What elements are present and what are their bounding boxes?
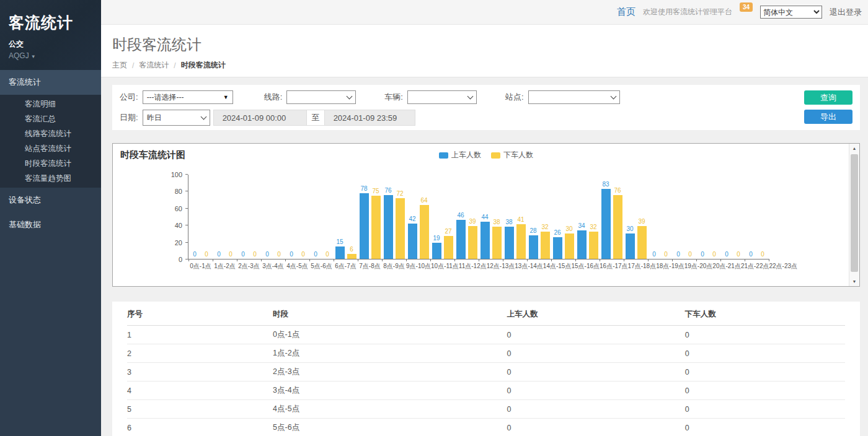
bar-alighting: 76 xyxy=(613,195,622,259)
content-area: 公司: ---请选择--- ▼ 线路: 车辆: 站点: xyxy=(101,77,868,436)
bar-group: 00 xyxy=(261,175,285,259)
cell-index: 6 xyxy=(127,419,273,436)
bar-value-label: 30 xyxy=(626,225,633,232)
bar-value-label: 30 xyxy=(565,225,572,232)
sidebar-item-base-data[interactable]: 基础数据 xyxy=(0,212,101,237)
col-header-index: 序号 xyxy=(127,302,273,326)
legend-label: 下车人数 xyxy=(503,150,533,160)
date-to-input[interactable]: 2024-01-09 23:59 xyxy=(324,110,415,126)
bar-alighting: 41 xyxy=(516,224,526,259)
y-axis-label: 100 xyxy=(171,171,182,178)
bar-group: 00 xyxy=(285,175,309,259)
sidebar-item-station-stats[interactable]: 站点客流统计 xyxy=(0,141,101,156)
line-select[interactable] xyxy=(286,90,356,104)
bar-group: 3432 xyxy=(575,175,600,259)
bar-group: 4639 xyxy=(454,175,479,259)
home-link[interactable]: 首页 xyxy=(617,6,636,18)
org-name: 公交 xyxy=(9,39,92,50)
company-select[interactable]: ---请选择--- ▼ xyxy=(143,90,233,104)
vehicle-select[interactable] xyxy=(407,90,477,104)
filter-row-1: 公司: ---请选择--- ▼ 线路: 车辆: 站点: xyxy=(120,90,852,104)
bar-value-label: 0 xyxy=(688,251,692,258)
bar-alighting: 32 xyxy=(541,232,550,259)
logo-area: 客流统计 公交 AQGJ▼ xyxy=(0,0,101,70)
chart-title: 时段车流统计图 xyxy=(120,149,185,161)
x-axis-label: 21点-22点 xyxy=(741,262,769,271)
bar-value-label: 72 xyxy=(396,190,403,197)
breadcrumb-home[interactable]: 主页 xyxy=(112,60,127,71)
chart-y-axis: 020406080100 xyxy=(113,175,188,259)
bar-value-label: 44 xyxy=(481,214,488,220)
sidebar-submenu: 客流明细 客流汇总 线路客流统计 站点客流统计 时段客流统计 客流量趋势图 xyxy=(0,95,101,188)
top-navbar: 首页 欢迎使用客流统计管理平台 34 简体中文 退出登录 xyxy=(101,0,868,25)
app-window: 客流统计 公交 AQGJ▼ 客流统计 客流明细 客流汇总 线路客流统计 站点客流… xyxy=(0,0,868,436)
scrollbar-thumb[interactable] xyxy=(851,154,858,272)
bar-value-label: 0 xyxy=(676,251,680,258)
col-header-period: 时段 xyxy=(273,302,507,326)
bar-value-label: 0 xyxy=(265,251,269,258)
query-button[interactable]: 查询 xyxy=(804,90,852,105)
bar-value-label: 27 xyxy=(445,228,451,235)
bar-value-label: 26 xyxy=(554,229,560,236)
org-code-dropdown[interactable]: AQGJ▼ xyxy=(9,51,92,60)
bar-boarding: 34 xyxy=(577,230,587,259)
x-axis-label: 17点-18点 xyxy=(628,262,657,271)
company-label: 公司: xyxy=(120,92,138,103)
logout-link[interactable]: 退出登录 xyxy=(830,7,862,18)
scrollbar-down-arrow-icon[interactable]: ▼ xyxy=(849,277,859,286)
cell-index: 2 xyxy=(127,344,273,363)
sidebar-item-period-stats[interactable]: 时段客流统计 xyxy=(0,156,101,171)
bar-alighting: 38 xyxy=(492,227,502,259)
station-select[interactable] xyxy=(528,90,620,104)
x-axis-label: 1点-2点 xyxy=(214,262,235,271)
bar-group: 00 xyxy=(672,175,696,259)
x-axis-label: 8点-9点 xyxy=(383,262,404,271)
bar-value-label: 41 xyxy=(517,216,524,223)
bar-alighting: 30 xyxy=(565,233,574,259)
table-row: 54点-5点00 xyxy=(127,400,845,419)
page-header: 时段客流统计 主页 / 客流统计 / 时段客流统计 xyxy=(101,25,868,77)
bar-value-label: 19 xyxy=(433,235,440,242)
sidebar-item-label: 基础数据 xyxy=(9,220,41,229)
breadcrumb-passenger-stats[interactable]: 客流统计 xyxy=(139,60,169,71)
bar-value-label: 76 xyxy=(614,187,621,194)
bar-group: 00 xyxy=(213,175,237,259)
bar-group: 7875 xyxy=(358,175,382,259)
sidebar-item-trend-chart[interactable]: 客流量趋势图 xyxy=(0,171,101,186)
scrollbar-up-arrow-icon[interactable]: ▲ xyxy=(849,144,859,153)
date-from-input[interactable]: 2024-01-09 00:00 xyxy=(213,110,307,126)
bar-group: 7672 xyxy=(382,175,406,259)
legend-item-alighting[interactable]: 下车人数 xyxy=(491,150,533,160)
x-axis-label: 7点-8点 xyxy=(359,262,380,271)
cell-period: 0点-1点 xyxy=(273,326,507,344)
bar-value-label: 28 xyxy=(529,227,536,234)
sidebar-item-passenger-stats[interactable]: 客流统计 xyxy=(0,70,101,95)
bar-value-label: 0 xyxy=(217,251,221,258)
bar-group: 4438 xyxy=(479,175,503,259)
chart-panel: 时段车流统计图 上车人数 下车人数 020406080100 0点-1点1点-2… xyxy=(112,143,860,287)
sidebar-item-line-stats[interactable]: 线路客流统计 xyxy=(0,126,101,141)
language-select[interactable]: 简体中文 xyxy=(760,6,822,19)
cell-alighting: 0 xyxy=(685,400,845,419)
date-preset-select[interactable]: 昨日 xyxy=(143,110,210,126)
sidebar-item-device-status[interactable]: 设备状态 xyxy=(0,188,101,212)
export-button[interactable]: 导出 xyxy=(804,110,852,124)
table-row: 32点-3点00 xyxy=(127,363,845,381)
legend-item-boarding[interactable]: 上车人数 xyxy=(439,150,481,160)
bar-boarding: 42 xyxy=(408,224,417,259)
bar-alighting: 6 xyxy=(347,254,356,259)
bar-group: 1927 xyxy=(430,175,454,259)
bar-value-label: 83 xyxy=(602,181,609,188)
x-axis-label: 3点-4点 xyxy=(262,262,283,271)
bar-value-label: 15 xyxy=(336,238,343,245)
table-row: 65点-6点00 xyxy=(127,419,845,436)
bar-value-label: 0 xyxy=(229,251,232,258)
bar-value-label: 0 xyxy=(277,251,281,258)
bar-value-label: 42 xyxy=(409,216,415,222)
bar-value-label: 0 xyxy=(205,251,208,258)
sidebar-item-passenger-detail[interactable]: 客流明细 xyxy=(0,97,101,111)
sidebar-item-label: 客流量趋势图 xyxy=(25,174,71,183)
sidebar-item-passenger-summary[interactable]: 客流汇总 xyxy=(0,111,101,126)
chart-scrollbar[interactable]: ▲ ▼ xyxy=(849,144,859,286)
cell-alighting: 0 xyxy=(685,326,845,344)
